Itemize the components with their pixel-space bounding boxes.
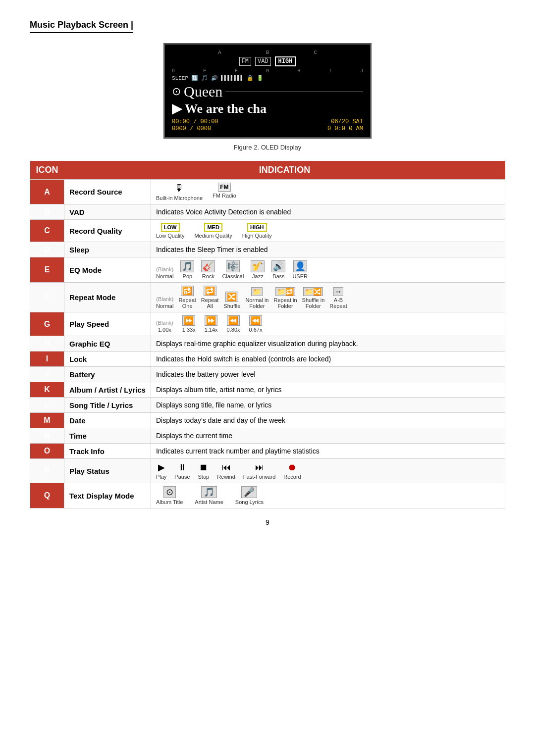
icon-speed-067: ⏪ 0.67x xyxy=(249,315,263,333)
icon-normal-folder: 📁 Normal inFolder xyxy=(245,287,268,309)
icon-med-quality: MED Medium Quality xyxy=(194,223,232,239)
row-name-l: Song Title / Lyrics xyxy=(64,398,151,413)
row-name-h: Graphic EQ xyxy=(64,336,151,352)
icon-eq-normal: (Blank) Normal xyxy=(156,266,173,279)
icon-eq-classical: 🎼 Classical xyxy=(222,260,244,279)
table-row: A Record Source 🎙 Built-in Microphone FM… xyxy=(30,180,505,204)
icon-eq-bass: 🔊 Bass xyxy=(271,260,285,279)
icon-stop: ⏹ Stop xyxy=(198,462,210,480)
icon-artist-name: 🎵 Artist Name xyxy=(195,486,223,505)
table-row: E EQ Mode (Blank) Normal 🎵 Pop 🎸 Rock xyxy=(30,257,505,283)
row-id-n: N xyxy=(30,428,64,444)
row-id-l: L xyxy=(30,398,64,413)
oled-status-row: SLEEP 🔃 🎵 🔊 ▌▌▌▌▌▌▌ 🔒 🔋 xyxy=(172,75,363,81)
icon-record: ⏺ Record xyxy=(283,462,301,480)
row-indication-n: Displays the current time xyxy=(151,428,505,444)
table-row: M Date Displays today's date and day of … xyxy=(30,413,505,428)
table-row: B VAD Indicates Voice Activity Detection… xyxy=(30,204,505,220)
row-id-a: A xyxy=(30,180,64,204)
row-indication-d: Indicates the Sleep Timer is enabled xyxy=(151,242,505,257)
row-name-b: VAD xyxy=(64,204,151,220)
icon-ab-repeat: ↔ A-BRepeat xyxy=(329,287,347,309)
table-row: Q Text Display Mode ⊙ Album Title 🎵 Arti… xyxy=(30,483,505,508)
row-name-j: Battery xyxy=(64,367,151,382)
oled-display: ABC FM VAD HIGH DEFGHIJ SLEEP 🔃 🎵 🔊 ▌▌▌▌… xyxy=(163,43,372,139)
oled-status-icon3: 🔊 xyxy=(211,75,218,81)
oled-status-icon2: 🎵 xyxy=(201,75,208,81)
oled-song-text: We are the cha xyxy=(185,101,267,116)
oled-status-icon1: 🔃 xyxy=(191,75,198,81)
row-id-e: E xyxy=(30,257,64,283)
icon-shuffle: 🔀 Shuffle xyxy=(223,292,240,309)
icon-table: ICON INDICATION A Record Source 🎙 Built-… xyxy=(30,161,505,508)
table-row: I Lock Indicates the Hold switch is enab… xyxy=(30,352,505,367)
table-row: D Sleep Indicates the Sleep Timer is ena… xyxy=(30,242,505,257)
page-title: Music Playback Screen | xyxy=(30,20,133,33)
row-indication-q: ⊙ Album Title 🎵 Artist Name 🎤 Song Lyric… xyxy=(151,483,505,508)
row-name-f: Repeat Mode xyxy=(64,283,151,312)
oled-fm-label: FM xyxy=(239,57,251,66)
oled-eq-bars: ▌▌▌▌▌▌▌ xyxy=(221,75,244,81)
row-indication-h: Displays real-time graphic equalizer vis… xyxy=(151,336,505,352)
row-id-f: F xyxy=(30,283,64,312)
row-indication-p: ▶ Play ⏸ Pause ⏹ Stop ⏮ Rewind xyxy=(151,459,505,483)
row-indication-o: Indicates current track number and playt… xyxy=(151,444,505,459)
row-indication-b: Indicates Voice Activity Detection is en… xyxy=(151,204,505,220)
oled-display-container: ABC FM VAD HIGH DEFGHIJ SLEEP 🔃 🎵 🔊 ▌▌▌▌… xyxy=(30,43,505,139)
row-id-k: K xyxy=(30,382,64,398)
oled-song-row: ▶ We are the cha xyxy=(172,101,363,116)
table-row: H Graphic EQ Displays real-time graphic … xyxy=(30,336,505,352)
icon-repeat-folder: 📁🔁 Repeat inFolder xyxy=(273,287,297,309)
table-row: K Album / Artist / Lyrics Displays album… xyxy=(30,382,505,398)
row-id-h: H xyxy=(30,336,64,352)
icon-speed-114: ⏩ 1.14x xyxy=(205,315,218,333)
row-name-c: Record Quality xyxy=(64,220,151,242)
oled-circle-icon: ⊙ xyxy=(172,85,181,98)
oled-high-label: HIGH xyxy=(275,56,296,66)
icon-speed-normal: (Blank) 1.00x xyxy=(156,320,173,333)
row-id-m: M xyxy=(30,413,64,428)
row-name-a: Record Source xyxy=(64,180,151,204)
table-row: J Battery Indicates the battery power le… xyxy=(30,367,505,382)
oled-artist-row: ⊙ Queen xyxy=(172,83,363,100)
icon-low-quality: LOW Low Quality xyxy=(156,223,184,239)
row-name-d: Sleep xyxy=(64,242,151,257)
icon-rewind: ⏮ Rewind xyxy=(217,462,235,480)
row-id-c: C xyxy=(30,220,64,242)
icon-repeat-one: 🔂 RepeatOne xyxy=(178,286,196,309)
icon-pause: ⏸ Pause xyxy=(174,462,190,480)
icon-microphone: 🎙 Built-in Microphone xyxy=(156,183,203,201)
row-indication-k: Displays album title, artist name, or ly… xyxy=(151,382,505,398)
row-name-n: Time xyxy=(64,428,151,444)
row-name-i: Lock xyxy=(64,352,151,367)
oled-label-row: FM VAD HIGH xyxy=(172,56,363,66)
row-indication-e: (Blank) Normal 🎵 Pop 🎸 Rock 🎼 Classical xyxy=(151,257,505,283)
oled-time-row: 00:00 / 00:00 06/20 SAT xyxy=(172,118,363,125)
oled-play-arrow: ▶ xyxy=(172,101,182,116)
row-indication-j: Indicates the battery power level xyxy=(151,367,505,382)
icon-eq-jazz: 🎷 Jazz xyxy=(251,260,265,279)
oled-sub-letters: DEFGHIJ xyxy=(172,68,363,74)
page-number: 9 xyxy=(30,518,505,526)
icon-eq-rock: 🎸 Rock xyxy=(201,260,215,279)
icon-eq-user: 👤 USER xyxy=(292,260,308,279)
icon-high-quality: HIGH High Quality xyxy=(242,223,272,239)
row-name-e: EQ Mode xyxy=(64,257,151,283)
row-id-p: P xyxy=(30,459,64,483)
row-name-p: Play Status xyxy=(64,459,151,483)
icon-fm-radio: FM FM Radio xyxy=(213,183,236,199)
row-id-d: D xyxy=(30,242,64,257)
row-name-g: Play Speed xyxy=(64,312,151,336)
figure-caption: Figure 2. OLED Display xyxy=(30,144,505,151)
row-name-m: Date xyxy=(64,413,151,428)
row-id-j: J xyxy=(30,367,64,382)
table-row: N Time Displays the current time xyxy=(30,428,505,444)
row-name-o: Track Info xyxy=(64,444,151,459)
row-name-k: Album / Artist / Lyrics xyxy=(64,382,151,398)
icon-fast-forward: ⏭ Fast-Forward xyxy=(243,462,275,480)
icon-album-title: ⊙ Album Title xyxy=(156,486,183,505)
row-indication-g: (Blank) 1.00x ⏩ 1.33x ⏩ 1.14x ⏪ 0.80x xyxy=(151,312,505,336)
table-header-indication: INDICATION xyxy=(64,161,505,180)
icon-shuffle-folder: 📁🔀 Shuffle inFolder xyxy=(302,287,325,309)
table-header-icon: ICON xyxy=(30,161,64,180)
